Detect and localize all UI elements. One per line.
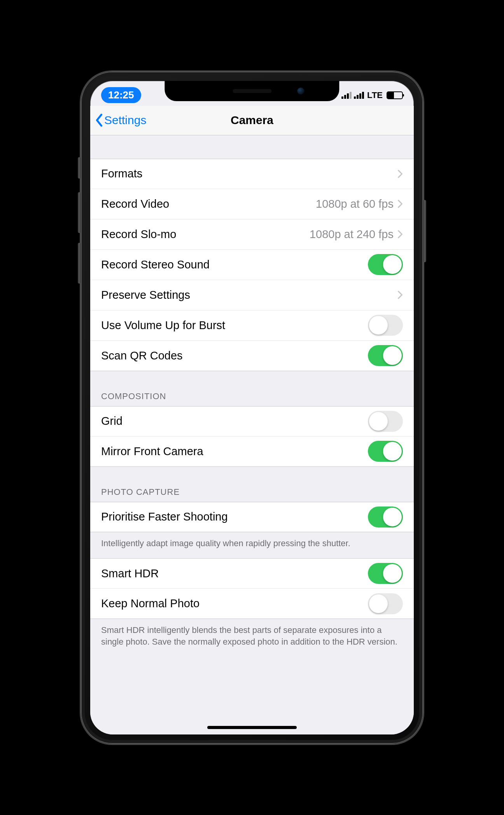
dual-signal-icon	[341, 92, 352, 99]
row-prioritise-faster: Prioritise Faster Shooting	[90, 502, 414, 532]
network-label: LTE	[367, 90, 383, 100]
row-mirror-front: Mirror Front Camera	[90, 436, 414, 467]
chevron-right-icon	[397, 170, 403, 178]
chevron-right-icon	[397, 200, 403, 208]
section-header-composition: COMPOSITION	[90, 371, 414, 406]
row-record-slomo[interactable]: Record Slo-mo 1080p at 240 fps	[90, 219, 414, 250]
toggle-stereo-sound[interactable]	[368, 254, 403, 275]
row-label: Preserve Settings	[101, 289, 397, 301]
row-label: Record Video	[101, 198, 316, 210]
row-keep-normal-photo: Keep Normal Photo	[90, 589, 414, 619]
device-frame: 12:25 LTE Settings Camera	[81, 72, 423, 744]
toggle-keep-normal-photo[interactable]	[368, 593, 403, 614]
ringer-switch	[78, 157, 81, 179]
toggle-grid[interactable]	[368, 411, 403, 432]
chevron-left-icon	[95, 114, 103, 127]
row-smart-hdr: Smart HDR	[90, 558, 414, 589]
status-time: 12:25	[101, 87, 141, 103]
settings-list: Formats Record Video 1080p at 60 fps Rec…	[90, 135, 414, 734]
row-label: Formats	[101, 167, 397, 180]
footer-smart-hdr: Smart HDR intelligently blends the best …	[90, 619, 414, 671]
row-label: Record Stereo Sound	[101, 258, 368, 271]
battery-icon	[387, 91, 403, 99]
back-button[interactable]: Settings	[95, 114, 146, 127]
cellular-signal-icon	[354, 92, 364, 99]
row-label: Use Volume Up for Burst	[101, 319, 368, 332]
toggle-volume-burst[interactable]	[368, 315, 403, 336]
row-volume-burst: Use Volume Up for Burst	[90, 310, 414, 341]
chevron-right-icon	[397, 291, 403, 299]
row-record-video[interactable]: Record Video 1080p at 60 fps	[90, 189, 414, 219]
row-formats[interactable]: Formats	[90, 159, 414, 189]
row-label: Prioritise Faster Shooting	[101, 510, 368, 523]
row-scan-qr: Scan QR Codes	[90, 341, 414, 371]
toggle-scan-qr[interactable]	[368, 345, 403, 366]
row-label: Mirror Front Camera	[101, 445, 368, 458]
row-label: Grid	[101, 415, 368, 428]
section-header-photo-capture: PHOTO CAPTURE	[90, 467, 414, 502]
row-label: Record Slo-mo	[101, 228, 310, 241]
notch	[164, 81, 339, 101]
footer-faster-shooting: Intelligently adapt image quality when r…	[90, 532, 414, 559]
toggle-mirror-front[interactable]	[368, 441, 403, 462]
page-title: Camera	[231, 114, 273, 127]
row-value: 1080p at 240 fps	[310, 228, 394, 241]
row-value: 1080p at 60 fps	[316, 198, 394, 210]
volume-down-button	[78, 243, 81, 284]
side-button	[423, 200, 426, 262]
row-label: Smart HDR	[101, 567, 368, 580]
row-preserve-settings[interactable]: Preserve Settings	[90, 280, 414, 310]
screen: 12:25 LTE Settings Camera	[90, 81, 414, 734]
navigation-bar: Settings Camera	[90, 106, 414, 135]
volume-up-button	[78, 192, 81, 233]
chevron-right-icon	[397, 230, 403, 238]
back-label: Settings	[104, 114, 146, 127]
row-stereo-sound: Record Stereo Sound	[90, 250, 414, 280]
row-grid: Grid	[90, 406, 414, 436]
toggle-smart-hdr[interactable]	[368, 563, 403, 584]
row-label: Keep Normal Photo	[101, 597, 368, 610]
home-indicator[interactable]	[207, 726, 297, 729]
toggle-prioritise-faster[interactable]	[368, 507, 403, 528]
row-label: Scan QR Codes	[101, 349, 368, 362]
